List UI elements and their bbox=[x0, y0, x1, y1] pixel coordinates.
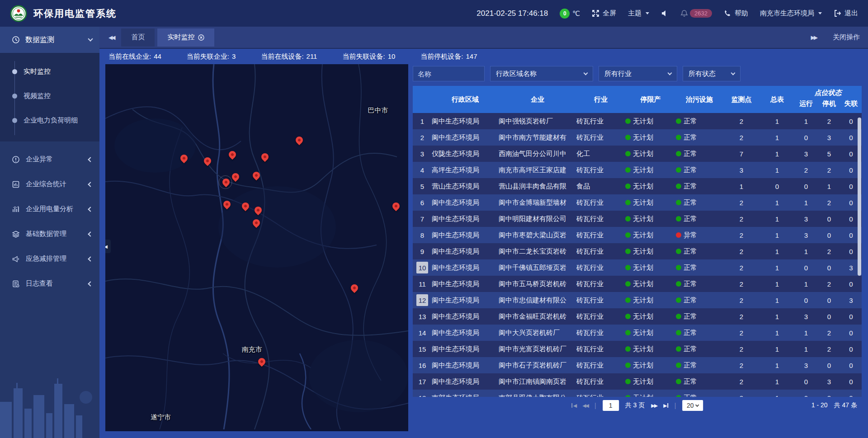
status-dot bbox=[625, 330, 631, 335]
table-row[interactable]: 5营山生态环境局营山县润丰肉食品有限食品无计划正常10010 bbox=[413, 178, 862, 194]
stat-value: 211 bbox=[307, 52, 317, 61]
page-input[interactable] bbox=[603, 400, 619, 411]
region-select[interactable]: 行政区域名称 bbox=[490, 66, 593, 81]
region-cell: 阆中生态环境局 bbox=[432, 264, 499, 272]
stop-plan-cell: 无计划 bbox=[625, 166, 676, 174]
stop-plan-cell: 无计划 bbox=[625, 280, 676, 288]
region-cell: 阆中生态环境局 bbox=[432, 198, 499, 207]
sidebar-item-power-analysis[interactable]: 企业用电量分析 bbox=[0, 197, 99, 221]
table-scrollbar[interactable] bbox=[858, 118, 861, 276]
chevron-left-icon bbox=[88, 207, 93, 212]
offline-cell: 0 bbox=[840, 313, 862, 320]
row-number: 10 bbox=[416, 262, 428, 273]
table-row[interactable]: 9阆中生态环境局阆中市二龙长宝页岩砖砖瓦行业无计划正常21120 bbox=[413, 243, 862, 259]
table-row[interactable]: 4高坪生态环境局南充市高坪区王家店建砖瓦行业无计划正常31220 bbox=[413, 162, 862, 178]
map-pin[interactable] bbox=[221, 177, 231, 187]
table-row[interactable]: 6阆中生态环境局阆中市金博瑞新型墙材砖瓦行业无计划正常21120 bbox=[413, 194, 862, 211]
status-dot bbox=[625, 346, 631, 352]
region-cell: 阆中生态环境局 bbox=[432, 377, 499, 386]
next-page-button[interactable]: ▶▶ bbox=[651, 403, 657, 409]
first-page-button[interactable]: ◀ bbox=[571, 403, 576, 409]
row-number: 16 bbox=[416, 359, 428, 371]
last-page-button[interactable]: ▶ bbox=[663, 403, 668, 409]
close-operations-button[interactable]: 关闭操作 bbox=[833, 33, 860, 42]
table-row[interactable]: 12阆中生态环境局阆中市忠信建材有限公砖瓦行业无计划正常21003 bbox=[413, 292, 862, 308]
sidebar-item-label: 应急减排管理 bbox=[26, 254, 66, 263]
facility-cell: 正常 bbox=[676, 264, 723, 272]
datetime-label: 2021-02-25 17:46:18 bbox=[476, 9, 548, 18]
page-size-select[interactable]: 20 bbox=[682, 400, 703, 411]
sidebar-item-video-monitor[interactable]: 视频监控 bbox=[0, 84, 99, 108]
points-cell: 2 bbox=[723, 231, 760, 239]
industry-cell: 砖瓦行业 bbox=[576, 264, 625, 272]
user-dropdown[interactable]: 南充市生态环境局 bbox=[760, 9, 822, 18]
sidebar-item-company-abnormal[interactable]: 企业异常 bbox=[0, 147, 99, 172]
table-row[interactable]: 1阆中生态环境局阆中强锐页岩砖厂砖瓦行业无计划正常21120 bbox=[413, 113, 862, 129]
sidebar-item-emergency-reduction[interactable]: 应急减排管理 bbox=[0, 246, 99, 271]
table-row[interactable]: 7阆中生态环境局阆中明阳建材有限公司砖瓦行业无计划正常21300 bbox=[413, 211, 862, 227]
sidebar-item-log-view[interactable]: 日志查看 bbox=[0, 271, 99, 296]
table-row[interactable]: 2阆中生态环境局阆中市南方节能建材有砖瓦行业无计划正常21030 bbox=[413, 129, 862, 146]
sidebar-item-base-data[interactable]: 基础数据管理 bbox=[0, 221, 99, 246]
table-row[interactable]: 11阆中生态环境局阆中市五马桥页岩机砖砖瓦行业无计划正常21120 bbox=[413, 276, 862, 292]
sidebar-item-power-load-detail[interactable]: 企业电力负荷明细 bbox=[0, 108, 99, 132]
status-dot bbox=[676, 200, 681, 205]
map-panel[interactable]: ◀ 巴中市南充市遂宁市 bbox=[105, 64, 408, 431]
volume-icon[interactable] bbox=[661, 9, 669, 17]
sidebar-item-realtime-monitor[interactable]: 实时监控 bbox=[0, 59, 99, 84]
help-button[interactable]: 帮助 bbox=[724, 9, 748, 18]
temperature-unit: ℃ bbox=[572, 9, 580, 18]
region-cell: 阆中生态环境局 bbox=[432, 329, 499, 337]
status-select[interactable]: 所有状态 bbox=[683, 66, 741, 81]
points-cell: 2 bbox=[723, 134, 760, 141]
facility-cell: 正常 bbox=[676, 182, 723, 191]
table-row[interactable]: 17阆中生态环境局阆中市江南镇阆南页岩砖瓦行业无计划正常21030 bbox=[413, 373, 862, 390]
fullscreen-button[interactable]: 全屏 bbox=[592, 9, 616, 18]
stat-value: 10 bbox=[388, 52, 396, 61]
industry-cell: 砖瓦行业 bbox=[576, 394, 625, 397]
status-dot bbox=[625, 184, 631, 189]
stopped-cell: 0 bbox=[818, 231, 840, 239]
theme-dropdown[interactable]: 主题 bbox=[628, 9, 649, 18]
stop-plan-cell: 无计划 bbox=[625, 150, 676, 158]
company-cell: 阆中市石子页岩机砖厂 bbox=[499, 361, 576, 370]
table-row[interactable]: 10阆中生态环境局阆中千佛镇五郎垭页岩砖瓦行业无计划正常21003 bbox=[413, 259, 862, 276]
stat-label: 当前在线设备: bbox=[261, 52, 303, 61]
tab-home[interactable]: 首页 bbox=[121, 28, 155, 47]
industry-cell: 砖瓦行业 bbox=[576, 361, 625, 370]
stop-plan-cell: 无计划 bbox=[625, 329, 676, 337]
stop-plan-cell: 无计划 bbox=[625, 133, 676, 142]
tab-realtime-monitor[interactable]: 实时监控 bbox=[157, 28, 214, 47]
sidebar-item-data-monitor[interactable]: 数据监测 bbox=[0, 27, 99, 53]
meters-cell: 1 bbox=[760, 199, 794, 207]
close-icon[interactable] bbox=[198, 34, 204, 41]
logout-button[interactable]: 退出 bbox=[834, 9, 858, 18]
table-row[interactable]: 16阆中生态环境局阆中市石子页岩机砖厂砖瓦行业无计划正常21300 bbox=[413, 357, 862, 373]
table-row[interactable]: 18南部生态环境局南部县双佛土陶有限公砖瓦行业无计划正常21030 bbox=[413, 390, 862, 397]
table-row[interactable]: 15阆中生态环境局阆中市光富页岩机砖厂砖瓦行业无计划正常21120 bbox=[413, 341, 862, 357]
points-cell: 2 bbox=[723, 345, 760, 353]
meters-cell: 1 bbox=[760, 378, 794, 386]
industry-select[interactable]: 所有行业 bbox=[599, 66, 677, 81]
name-search-input[interactable] bbox=[413, 66, 485, 81]
stat-label: 当前停机设备: bbox=[420, 52, 463, 61]
prev-page-button[interactable]: ◀◀ bbox=[582, 403, 588, 409]
industry-cell: 砖瓦行业 bbox=[576, 198, 625, 207]
notifications-button[interactable]: 2632 bbox=[680, 9, 712, 18]
industry-cell: 砖瓦行业 bbox=[576, 247, 625, 256]
tabs-scroll-left-button[interactable]: ◀◀ bbox=[104, 34, 118, 41]
sidebar-item-company-statistics[interactable]: 企业综合统计 bbox=[0, 172, 99, 197]
stat-item: 当前在线企业:44 bbox=[108, 52, 161, 61]
sidebar-subitem-label: 企业电力负荷明细 bbox=[24, 116, 78, 125]
chevron-down-icon bbox=[668, 71, 672, 75]
table-row[interactable]: 14阆中生态环境局阆中大兴页岩机砖厂砖瓦行业无计划正常21120 bbox=[413, 325, 862, 341]
enterprise-panel: 行政区域名称 所有行业 所有状态 bbox=[413, 64, 862, 438]
region-cell: 阆中生态环境局 bbox=[432, 361, 499, 370]
map-collapse-handle[interactable]: ◀ bbox=[105, 240, 111, 253]
table-row[interactable]: 3仪陇生态环境局西南油气田分公司川中化工无计划正常71350 bbox=[413, 146, 862, 162]
table-row[interactable]: 8阆中生态环境局阆中市枣碧大梁山页岩砖瓦行业无计划异常21300 bbox=[413, 227, 862, 243]
company-cell: 南部县双佛土陶有限公 bbox=[499, 394, 576, 397]
tabs-scroll-right-button[interactable]: ▶▶ bbox=[807, 34, 821, 41]
table-row[interactable]: 13阆中生态环境局阆中市金福旺页岩机砖砖瓦行业无计划正常21300 bbox=[413, 308, 862, 325]
meters-cell: 1 bbox=[760, 248, 794, 255]
